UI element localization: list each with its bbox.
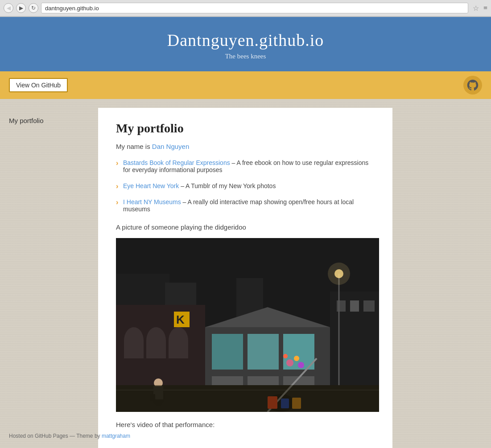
svg-point-36 — [294, 356, 299, 361]
footer-text: Hosted on GitHub Pages — Theme by — [9, 433, 102, 439]
list-item: Eye Heart New York – A Tumblr of my New … — [116, 182, 375, 189]
svg-point-35 — [286, 359, 293, 366]
svg-rect-11 — [169, 341, 188, 358]
svg-rect-44 — [116, 385, 379, 412]
photo-caption: A picture of someone playing the didgeri… — [116, 223, 375, 231]
list-item: I Heart NY Museums – A really old intera… — [116, 198, 375, 213]
main-layout: My portfolio My portfolio My name is Dan… — [0, 99, 491, 448]
menu-icon[interactable]: ≡ — [483, 4, 487, 12]
sidebar: My portfolio — [0, 108, 98, 448]
refresh-button[interactable]: ↻ — [29, 3, 38, 13]
eye-heart-ny-description: – A Tumblr of my New York photos — [181, 182, 276, 189]
site-subtitle: The bees knees — [9, 53, 482, 60]
github-octocat-icon — [463, 76, 482, 95]
forward-button[interactable]: ▶ — [16, 3, 26, 13]
intro-text: My name is — [116, 143, 152, 150]
eye-heart-ny-link[interactable]: Eye Heart New York — [123, 182, 179, 189]
svg-rect-9 — [146, 341, 166, 358]
svg-point-26 — [328, 263, 350, 285]
browser-toolbar: ◀ ▶ ↻ dantnguyen.github.io ☆ ≡ — [0, 0, 491, 16]
site-title: Dantnguyen.github.io — [9, 30, 482, 50]
browser-chrome: ◀ ▶ ↻ dantnguyen.github.io ☆ ≡ — [0, 0, 491, 17]
svg-rect-14 — [212, 334, 243, 370]
svg-rect-15 — [248, 334, 279, 370]
svg-rect-23 — [363, 300, 375, 312]
street-photo: K — [116, 238, 379, 412]
portfolio-list: Bastards Book of Regular Expressions – A… — [116, 159, 375, 213]
svg-rect-22 — [350, 300, 359, 312]
list-item: Bastards Book of Regular Expressions – A… — [116, 159, 375, 173]
heart-ny-museums-link[interactable]: I Heart NY Museums — [123, 198, 181, 206]
bookmark-icon[interactable]: ☆ — [473, 4, 479, 12]
address-bar[interactable]: dantnguyen.github.io — [41, 3, 468, 13]
github-bar: View On GitHub — [0, 71, 491, 99]
page-title: My portfolio — [116, 121, 375, 136]
footer-theme-link[interactable]: mattgraham — [102, 433, 130, 439]
site-header: Dantnguyen.github.io The bees knees — [0, 17, 491, 71]
intro-paragraph: My name is Dan Nguyen — [116, 143, 375, 150]
svg-rect-21 — [337, 300, 346, 312]
video-caption: Here's video of that performance: — [116, 421, 375, 428]
view-on-github-button[interactable]: View On GitHub — [9, 78, 68, 92]
bastards-book-link[interactable]: Bastards Book of Regular Expressions — [123, 159, 230, 166]
svg-point-37 — [298, 362, 304, 368]
url-text: dantnguyen.github.io — [45, 5, 99, 12]
content-area: My portfolio My name is Dan Nguyen Basta… — [98, 108, 392, 448]
sidebar-nav-item-portfolio[interactable]: My portfolio — [9, 117, 89, 124]
svg-point-38 — [283, 354, 288, 358]
site-footer: Hosted on GitHub Pages — Theme by mattgr… — [9, 433, 130, 439]
back-button[interactable]: ◀ — [4, 3, 13, 13]
svg-text:K: K — [176, 313, 185, 326]
svg-rect-7 — [124, 341, 144, 358]
author-link[interactable]: Dan Nguyen — [152, 143, 189, 150]
